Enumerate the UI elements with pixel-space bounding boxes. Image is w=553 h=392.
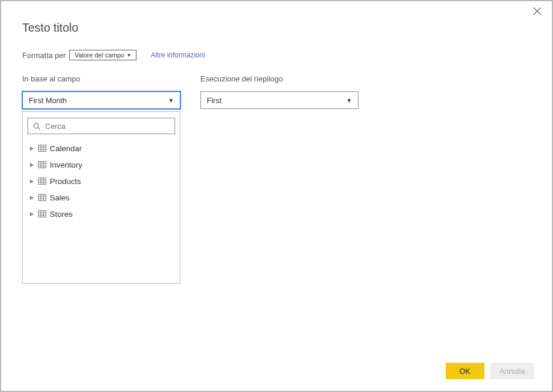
field-tree: ▶ Calendar ▶ xyxy=(28,140,175,222)
format-row: Formatta per Valore del campo ▼ Altre in… xyxy=(22,50,531,60)
format-label: Formatta per xyxy=(22,51,66,60)
table-icon xyxy=(38,178,46,185)
field-column: In base al campo First Month ▼ ▶ xyxy=(22,74,180,284)
expand-icon: ▶ xyxy=(30,195,35,200)
expand-icon: ▶ xyxy=(30,145,35,151)
tree-item-sales[interactable]: ▶ Sales xyxy=(30,189,175,206)
field-dropdown[interactable]: First Month ▼ xyxy=(22,91,180,109)
expand-icon: ▶ xyxy=(30,162,35,168)
summary-column-label: Esecuzione del riepilogo xyxy=(200,74,359,83)
tree-item-stores[interactable]: ▶ Stores xyxy=(30,206,175,222)
summary-column: Esecuzione del riepilogo First ▼ xyxy=(200,74,359,284)
dialog-footer: OK Annulla xyxy=(446,363,534,379)
tree-item-label: Products xyxy=(50,177,81,186)
field-dropdown-value: First Month xyxy=(29,96,67,105)
svg-rect-4 xyxy=(39,145,46,152)
close-icon xyxy=(533,7,541,15)
tree-item-label: Calendar xyxy=(50,144,82,153)
svg-rect-24 xyxy=(39,211,46,217)
cancel-button[interactable]: Annulla xyxy=(490,363,534,379)
svg-rect-19 xyxy=(39,195,46,201)
svg-rect-14 xyxy=(39,178,46,185)
chevron-down-icon: ▼ xyxy=(127,53,131,58)
svg-rect-9 xyxy=(39,162,46,168)
summary-dropdown[interactable]: First ▼ xyxy=(200,91,359,109)
tree-item-calendar[interactable]: ▶ Calendar xyxy=(30,140,175,156)
table-icon xyxy=(38,161,46,168)
svg-line-3 xyxy=(38,127,40,129)
search-icon xyxy=(33,122,40,130)
table-icon xyxy=(38,194,46,201)
table-icon xyxy=(38,210,46,217)
chevron-down-icon: ▼ xyxy=(168,97,174,104)
expand-icon: ▶ xyxy=(30,178,35,184)
tree-item-label: Stores xyxy=(50,210,73,219)
tree-item-label: Sales xyxy=(50,193,70,202)
field-column-label: In base al campo xyxy=(22,74,180,83)
summary-dropdown-value: First xyxy=(207,96,221,105)
close-button[interactable] xyxy=(533,7,544,18)
ok-button[interactable]: OK xyxy=(446,363,484,379)
tree-item-label: Inventory xyxy=(50,161,83,169)
search-box[interactable] xyxy=(28,118,175,134)
chevron-down-icon: ▼ xyxy=(346,97,352,104)
svg-point-2 xyxy=(34,123,39,128)
search-input[interactable] xyxy=(45,122,170,131)
field-dropdown-panel: ▶ Calendar ▶ xyxy=(22,111,180,284)
table-icon xyxy=(38,145,46,152)
dialog-title: Testo titolo xyxy=(22,21,531,35)
format-value-chip[interactable]: Valore del campo ▼ xyxy=(69,50,136,60)
tree-item-inventory[interactable]: ▶ Inventory xyxy=(30,156,175,173)
tree-item-products[interactable]: ▶ Products xyxy=(30,173,175,189)
more-info-link[interactable]: Altre informazioni xyxy=(151,51,205,59)
expand-icon: ▶ xyxy=(30,211,35,217)
format-value-text: Valore del campo xyxy=(74,52,124,59)
